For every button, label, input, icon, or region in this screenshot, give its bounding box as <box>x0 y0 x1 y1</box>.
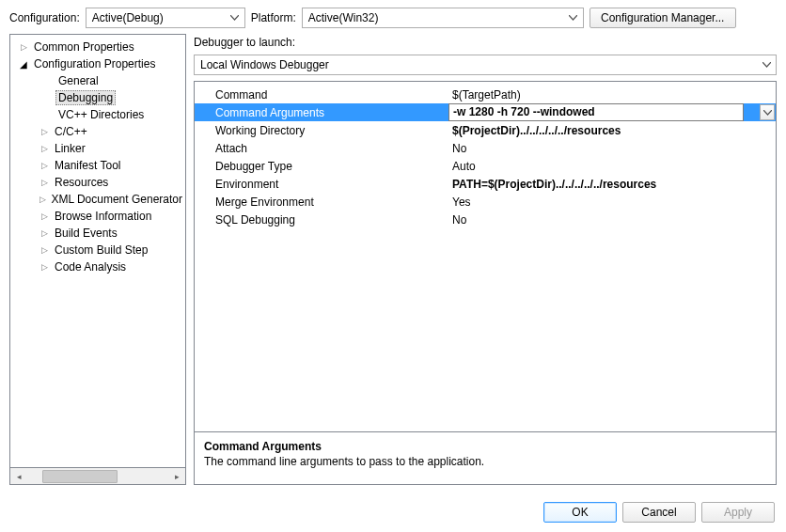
description-pane: Command Arguments The command line argum… <box>195 431 776 484</box>
tree-collapsed-icon: ▷ <box>39 211 50 222</box>
command-arguments-value[interactable]: -w 1280 -h 720 --windowed <box>448 103 744 121</box>
tree-expanded-icon: ◢ <box>18 58 29 70</box>
scroll-right-icon[interactable]: ▸ <box>168 469 185 484</box>
tree-item-manifest-tool[interactable]: ▷ Manifest Tool <box>10 157 185 174</box>
tree-collapsed-icon: ▷ <box>39 126 50 137</box>
description-text: The command line arguments to pass to th… <box>204 455 766 468</box>
dropdown-button[interactable] <box>760 104 775 120</box>
grid-row-command-arguments[interactable]: Command Arguments -w 1280 -h 720 --windo… <box>195 103 776 121</box>
tree-item-build-events[interactable]: ▷ Build Events <box>10 225 185 242</box>
platform-label: Platform: <box>251 11 296 24</box>
tree-item-browse-information[interactable]: ▷ Browse Information <box>10 208 185 225</box>
grid-row-debugger-type[interactable]: Debugger Type Auto <box>195 157 776 175</box>
tree-item-common-properties[interactable]: ▷ Common Properties <box>10 39 185 55</box>
grid-row-attach[interactable]: Attach No <box>195 139 776 157</box>
tree-collapsed-icon: ▷ <box>39 261 50 273</box>
debugger-to-launch-value: Local Windows Debugger <box>200 58 329 71</box>
tree-collapsed-icon: ▷ <box>18 41 29 53</box>
property-tree[interactable]: ▷ Common Properties ◢ Configuration Prop… <box>9 34 186 468</box>
tree-collapsed-icon: ▷ <box>39 143 50 154</box>
tree-item-configuration-properties[interactable]: ◢ Configuration Properties <box>10 55 185 72</box>
configuration-manager-button[interactable]: Configuration Manager... <box>590 8 736 28</box>
grid-row-sql-debugging[interactable]: SQL Debugging No <box>195 211 776 228</box>
ok-button[interactable]: OK <box>543 502 617 523</box>
chevron-down-icon <box>566 10 581 25</box>
grid-row-command[interactable]: Command $(TargetPath) <box>195 86 776 103</box>
tree-collapsed-icon: ▷ <box>39 177 50 188</box>
scroll-thumb[interactable] <box>42 470 118 483</box>
chevron-down-icon <box>759 57 774 72</box>
configuration-value: Active(Debug) <box>92 11 164 24</box>
grid-row-environment[interactable]: Environment PATH=$(ProjectDir)../../../.… <box>195 175 776 193</box>
debugger-to-launch-combo[interactable]: Local Windows Debugger <box>194 55 777 75</box>
chevron-down-icon <box>228 10 243 25</box>
scroll-left-icon[interactable]: ◂ <box>10 469 27 484</box>
grid-row-working-directory[interactable]: Working Directory $(ProjectDir)../../../… <box>195 121 776 139</box>
configuration-combo[interactable]: Active(Debug) <box>86 8 245 28</box>
tree-item-linker[interactable]: ▷ Linker <box>10 140 185 157</box>
tree-item-xml-doc-generator[interactable]: ▷ XML Document Generator <box>10 191 185 208</box>
tree-collapsed-icon: ▷ <box>39 227 50 239</box>
platform-value: Active(Win32) <box>308 11 379 24</box>
grid-row-merge-environment[interactable]: Merge Environment Yes <box>195 193 776 211</box>
configuration-label: Configuration: <box>9 11 80 24</box>
apply-button[interactable]: Apply <box>701 502 775 523</box>
tree-horizontal-scrollbar[interactable]: ◂ ▸ <box>9 468 186 485</box>
tree-item-custom-build-step[interactable]: ▷ Custom Build Step <box>10 242 185 258</box>
tree-collapsed-icon: ▷ <box>39 194 46 205</box>
tree-item-vcpp-directories[interactable]: VC++ Directories <box>10 106 185 123</box>
tree-item-debugging[interactable]: Debugging <box>10 89 185 106</box>
tree-item-code-analysis[interactable]: ▷ Code Analysis <box>10 258 185 275</box>
platform-combo[interactable]: Active(Win32) <box>302 8 584 28</box>
property-grid[interactable]: Command $(TargetPath) Command Arguments … <box>195 82 776 431</box>
cancel-button[interactable]: Cancel <box>622 502 696 523</box>
tree-item-resources[interactable]: ▷ Resources <box>10 174 185 191</box>
tree-collapsed-icon: ▷ <box>39 244 50 256</box>
tree-collapsed-icon: ▷ <box>39 160 50 171</box>
tree-item-general[interactable]: General <box>10 72 185 89</box>
description-title: Command Arguments <box>204 440 766 453</box>
scroll-track[interactable] <box>27 469 168 484</box>
tree-item-ccpp[interactable]: ▷ C/C++ <box>10 123 185 140</box>
debugger-to-launch-label: Debugger to launch: <box>194 34 777 49</box>
